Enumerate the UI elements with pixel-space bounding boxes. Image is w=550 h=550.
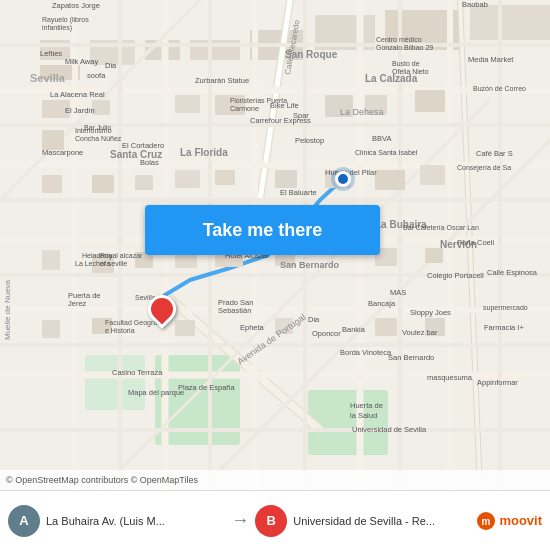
svg-text:Bancaja: Bancaja	[368, 299, 396, 308]
svg-rect-4	[308, 390, 388, 455]
svg-text:Dia: Dia	[105, 61, 117, 70]
current-location-dot	[335, 171, 351, 187]
svg-text:Huerta de: Huerta de	[350, 401, 383, 410]
to-icon: B	[255, 505, 287, 537]
svg-text:masquesuma: masquesuma	[427, 373, 473, 382]
svg-rect-46	[92, 100, 110, 115]
moovit-logo: m moovit	[476, 511, 542, 531]
svg-text:Porta Coeli: Porta Coeli	[457, 238, 494, 247]
svg-rect-3	[85, 355, 145, 410]
svg-rect-47	[175, 95, 200, 113]
destination-pin	[148, 295, 176, 323]
svg-text:Zurbarán Statue: Zurbarán Statue	[195, 76, 249, 85]
svg-text:Ofelia Nieto: Ofelia Nieto	[392, 68, 429, 75]
svg-text:Carmone: Carmone	[230, 105, 259, 112]
svg-rect-53	[215, 170, 235, 185]
svg-text:Jerez: Jerez	[68, 299, 87, 308]
svg-text:Bolas: Bolas	[140, 158, 159, 167]
svg-text:Huerta del Pilar: Huerta del Pilar	[325, 168, 377, 177]
svg-text:Rayuelo (libros: Rayuelo (libros	[42, 16, 89, 24]
svg-text:Pelostop: Pelostop	[295, 136, 324, 145]
svg-text:Mascarpone: Mascarpone	[42, 148, 83, 157]
to-label: Universidad de Sevilla - Re...	[293, 515, 435, 527]
svg-text:Heladería: Heladería	[82, 252, 112, 259]
svg-text:Mapa del parque: Mapa del parque	[128, 388, 184, 397]
moovit-text: moovit	[499, 513, 542, 528]
svg-text:BBVA: BBVA	[372, 134, 391, 143]
svg-text:El Baluarte: El Baluarte	[280, 188, 317, 197]
svg-rect-58	[42, 175, 62, 193]
svg-rect-60	[135, 175, 153, 190]
map-attribution: © OpenStreetMap contributors © OpenMapTi…	[0, 470, 550, 490]
svg-rect-65	[425, 248, 443, 263]
svg-text:infantiles): infantiles)	[42, 24, 72, 32]
svg-rect-56	[375, 170, 405, 190]
route-to: B Universidad de Sevilla - Re...	[255, 505, 472, 537]
svg-text:m: m	[482, 516, 491, 527]
svg-text:Sebastián: Sebastián	[218, 306, 251, 315]
svg-text:Epheta: Epheta	[240, 323, 265, 332]
moovit-logo-icon: m	[476, 511, 496, 531]
svg-rect-69	[175, 320, 195, 336]
svg-text:Baobab: Baobab	[462, 0, 488, 9]
svg-text:soofa: soofa	[87, 71, 106, 80]
svg-text:Borda Vinoteca: Borda Vinoteca	[340, 348, 392, 357]
svg-rect-73	[42, 320, 60, 338]
svg-text:Casino Terraza: Casino Terraza	[112, 368, 163, 377]
svg-text:Café Bar S: Café Bar S	[476, 149, 513, 158]
svg-text:San Roque: San Roque	[285, 49, 338, 60]
svg-text:La Florida: La Florida	[180, 147, 228, 158]
svg-text:Colegio Portacell: Colegio Portacell	[427, 271, 484, 280]
svg-text:Farmacia I+: Farmacia I+	[484, 323, 524, 332]
svg-rect-59	[92, 175, 114, 193]
svg-text:El Cortadero: El Cortadero	[122, 141, 164, 150]
svg-text:Sevilla: Sevilla	[30, 72, 66, 84]
svg-text:Consejería de Sa: Consejería de Sa	[457, 164, 511, 172]
svg-text:Lefties: Lefties	[40, 49, 62, 58]
svg-text:Oponcor: Oponcor	[312, 329, 341, 338]
bottom-bar: A La Buhaira Av. (Luis M... → B Universi…	[0, 490, 550, 550]
map-container: Calle Recaredo Avenida de Portugal Muell…	[0, 0, 550, 490]
svg-rect-45	[42, 130, 64, 150]
from-icon: A	[8, 505, 40, 537]
svg-text:Concha Núñez: Concha Núñez	[75, 135, 122, 142]
svg-text:Appinformar: Appinformar	[477, 378, 518, 387]
svg-text:supermercado: supermercado	[483, 304, 528, 312]
svg-text:e Historia: e Historia	[105, 327, 135, 334]
svg-text:Busto de: Busto de	[392, 60, 420, 67]
svg-text:Zapatos Jorge: Zapatos Jorge	[52, 1, 100, 10]
svg-rect-51	[415, 90, 445, 112]
svg-rect-71	[375, 318, 397, 336]
svg-text:Bar Julio: Bar Julio	[84, 124, 111, 131]
svg-text:Bankia: Bankia	[342, 325, 366, 334]
svg-text:Muelle de Nueva: Muelle de Nueva	[3, 279, 12, 340]
svg-rect-54	[275, 170, 297, 188]
svg-text:Sloppy Joes: Sloppy Joes	[410, 308, 451, 317]
route-from: A La Buhaira Av. (Luis M...	[8, 505, 225, 537]
svg-text:Carrefour Express: Carrefour Express	[250, 116, 311, 125]
svg-text:Calle Espinosa: Calle Espinosa	[487, 268, 538, 277]
svg-text:El Jardín: El Jardín	[65, 106, 95, 115]
svg-text:San Bernardo: San Bernardo	[388, 353, 434, 362]
svg-text:Universidad de Sevilla: Universidad de Sevilla	[352, 425, 427, 434]
take-me-there-button[interactable]: Take me there	[145, 205, 380, 255]
svg-rect-66	[42, 250, 60, 270]
svg-text:Bike Life: Bike Life	[270, 101, 299, 110]
svg-text:La Lechera: La Lechera	[75, 260, 110, 267]
svg-rect-57	[420, 165, 445, 185]
svg-text:San Bernardo: San Bernardo	[280, 260, 340, 270]
svg-text:Gonzalo Bilbao 29: Gonzalo Bilbao 29	[376, 44, 433, 51]
svg-text:La Dehesa: La Dehesa	[340, 107, 384, 117]
svg-text:Media Market: Media Market	[468, 55, 514, 64]
from-label: La Buhaira Av. (Luis M...	[46, 515, 165, 527]
route-arrow: →	[225, 510, 255, 531]
svg-rect-52	[175, 170, 200, 188]
svg-text:Buzón de Correo: Buzón de Correo	[473, 85, 526, 92]
svg-rect-13	[470, 5, 550, 40]
svg-text:Bar Cafetería Oscar Lan: Bar Cafetería Oscar Lan	[403, 224, 479, 231]
pin-circle	[142, 289, 182, 329]
svg-text:MAS: MAS	[390, 288, 406, 297]
svg-text:Dia: Dia	[308, 315, 320, 324]
svg-text:Milk Away: Milk Away	[65, 57, 98, 66]
svg-text:Voulez bar: Voulez bar	[402, 328, 438, 337]
